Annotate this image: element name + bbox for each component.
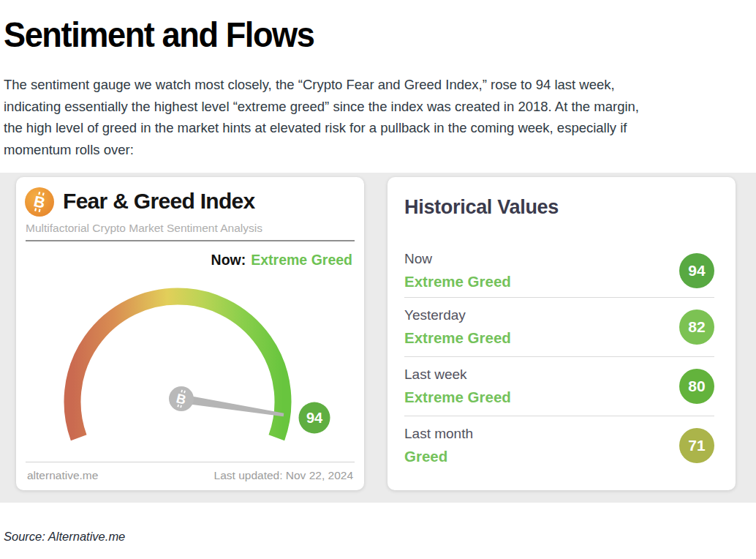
score-badge: 71	[679, 428, 714, 463]
now-label: Now:	[211, 252, 246, 268]
footer-divider	[26, 462, 355, 462]
bitcoin-icon: B	[25, 187, 54, 217]
card-title: Fear & Greed Index	[63, 186, 255, 217]
intro-line: the high level of greed in the market hi…	[4, 117, 746, 139]
row-classification: Extreme Greed	[404, 273, 511, 290]
row-period: Last month	[404, 426, 473, 442]
fear-greed-figure: B Fear & Greed Index Multifactorial Cryp…	[0, 173, 756, 503]
source-caption: Source: Alternative.me	[4, 530, 125, 544]
footer-site-link[interactable]: alternative.me	[27, 469, 98, 482]
score-badge: 94	[679, 253, 714, 288]
intro-line: The sentiment gauge we watch most closel…	[4, 74, 746, 96]
row-classification: Greed	[404, 448, 473, 465]
card-subtitle: Multifactorial Crypto Market Sentiment A…	[26, 222, 262, 235]
score-badge: 80	[679, 369, 714, 404]
row-period: Last week	[404, 367, 511, 383]
now-value: Extreme Greed	[251, 252, 352, 268]
historical-row: Last month Greed 71	[404, 416, 714, 475]
gauge-needle	[181, 394, 284, 416]
intro-line: indicating essentially the highest level…	[4, 96, 746, 118]
row-classification: Extreme Greed	[404, 389, 511, 406]
historical-card: Historical Values Now Extreme Greed 94 Y…	[388, 177, 736, 490]
row-period: Now	[404, 251, 511, 267]
intro-paragraph: The sentiment gauge we watch most closel…	[4, 74, 746, 160]
gauge-arc	[72, 296, 283, 438]
intro-line: momentum rolls over:	[4, 139, 746, 161]
card-footer: alternative.me Last updated: Nov 22, 202…	[27, 469, 353, 482]
current-sentiment: Now:Extreme Greed	[211, 252, 352, 269]
row-classification: Extreme Greed	[404, 329, 511, 347]
row-period: Yesterday	[404, 307, 511, 323]
historical-row: Yesterday Extreme Greed 82	[404, 298, 714, 357]
footer-updated: Last updated: Nov 22, 2024	[214, 469, 353, 482]
score-badge: 82	[679, 309, 714, 345]
sentiment-gauge: B 94	[16, 271, 364, 457]
gauge-value: 94	[306, 410, 323, 426]
historical-rows: Now Extreme Greed 94 Yesterday Extreme G…	[404, 244, 714, 475]
historical-title: Historical Values	[404, 196, 559, 219]
header-divider	[26, 240, 355, 241]
historical-row: Last week Extreme Greed 80	[404, 357, 714, 416]
fear-greed-card: B Fear & Greed Index Multifactorial Cryp…	[16, 177, 364, 490]
page-title: Sentiment and Flows	[4, 15, 314, 55]
historical-row: Now Extreme Greed 94	[404, 244, 714, 298]
